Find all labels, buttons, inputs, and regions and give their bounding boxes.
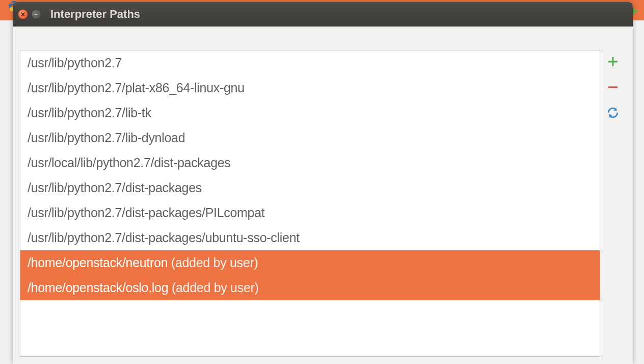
path-item[interactable]: /usr/lib/python2.7 — [20, 50, 600, 75]
path-text: /usr/lib/python2.7/dist-packages/PILcomp… — [28, 205, 264, 220]
path-text: /usr/lib/python2.7/plat-x86_64-linux-gnu — [28, 81, 245, 95]
path-item[interactable]: /usr/lib/python2.7/dist-packages/PILcomp… — [20, 200, 600, 225]
path-text: /usr/lib/python2.7/dist-packages/ubuntu-… — [28, 230, 300, 245]
path-item[interactable]: /home/openstack/oslo.log (added by user) — [20, 275, 600, 300]
dialog-body: /usr/lib/python2.7/usr/lib/python2.7/pla… — [13, 27, 633, 364]
path-text: /usr/local/lib/python2.7/dist-packages — [28, 155, 231, 170]
reload-icon — [606, 106, 620, 119]
path-text: /usr/lib/python2.7/lib-dynload — [28, 131, 185, 145]
path-item[interactable]: /usr/lib/python2.7/dist-packages — [20, 175, 600, 200]
remove-path-button[interactable] — [605, 80, 621, 95]
path-text: /usr/lib/python2.7/dist-packages — [28, 180, 202, 195]
path-item[interactable]: /usr/local/lib/python2.7/dist-packages — [20, 150, 600, 175]
interpreter-paths-dialog: Interpreter Paths /usr/lib/python2.7/usr… — [13, 2, 633, 364]
paths-list[interactable]: /usr/lib/python2.7/usr/lib/python2.7/pla… — [20, 50, 600, 357]
path-item[interactable]: /usr/lib/python2.7/plat-x86_64-linux-gnu — [20, 75, 600, 100]
path-text: /home/openstack/oslo.log — [28, 280, 168, 295]
path-text: /usr/lib/python2.7 — [28, 56, 122, 70]
dialog-titlebar: Interpreter Paths — [13, 2, 633, 27]
close-button[interactable] — [18, 9, 28, 19]
add-path-button[interactable] — [605, 54, 621, 69]
window-controls — [18, 9, 41, 19]
path-item[interactable]: /usr/lib/python2.7/lib-tk — [20, 100, 600, 125]
path-item[interactable]: /home/openstack/neutron (added by user) — [20, 250, 600, 275]
minimize-button[interactable] — [31, 9, 41, 19]
reload-paths-button[interactable] — [605, 105, 621, 120]
path-item[interactable]: /usr/lib/python2.7/dist-packages/ubuntu-… — [20, 225, 600, 250]
path-suffix: (added by user) — [168, 255, 258, 270]
path-text: /usr/lib/python2.7/lib-tk — [28, 106, 151, 120]
minus-icon — [607, 81, 619, 93]
plus-icon — [607, 56, 619, 68]
path-text: /home/openstack/neutron — [28, 255, 168, 270]
side-toolbar — [600, 50, 626, 357]
path-item[interactable]: /usr/lib/python2.7/lib-dynload — [20, 125, 600, 150]
path-suffix: (added by user) — [168, 280, 258, 295]
dialog-title: Interpreter Paths — [50, 8, 140, 21]
